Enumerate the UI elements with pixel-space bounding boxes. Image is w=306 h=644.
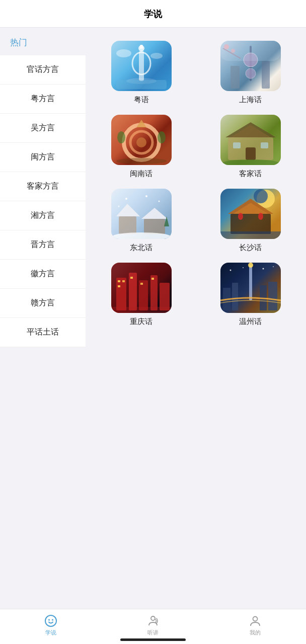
- svg-point-6: [150, 53, 163, 59]
- sidebar-item-jin[interactable]: 晋方言: [0, 230, 86, 260]
- svg-rect-44: [231, 214, 271, 234]
- svg-point-15: [224, 44, 229, 49]
- sidebar-item-min[interactable]: 闽方言: [0, 143, 86, 172]
- svg-point-22: [158, 131, 166, 143]
- dialect-name-minnan: 闽南话: [130, 169, 152, 179]
- svg-rect-59: [130, 277, 133, 279]
- svg-point-37: [125, 198, 127, 200]
- svg-point-48: [258, 213, 263, 220]
- svg-point-75: [48, 619, 50, 620]
- dialect-name-cantonese: 粤语: [134, 95, 149, 105]
- dialect-thumb-minnan: [111, 115, 172, 165]
- dialect-name-hakka: 客家话: [239, 169, 262, 179]
- tab-xueshou[interactable]: 学说: [0, 614, 102, 636]
- dialect-thumb-dongbei: [111, 189, 172, 239]
- svg-point-39: [158, 201, 160, 202]
- svg-point-19: [136, 137, 146, 147]
- sidebar-item-yue[interactable]: 粤方言: [0, 85, 86, 114]
- svg-rect-67: [232, 283, 238, 310]
- svg-point-21: [117, 131, 125, 143]
- svg-rect-4: [140, 45, 143, 49]
- svg-rect-32: [119, 216, 136, 234]
- dialect-item-shanghainese[interactable]: 上海话: [200, 41, 301, 105]
- svg-rect-57: [118, 285, 120, 287]
- dialect-thumb-cantonese: [111, 41, 172, 91]
- svg-rect-12: [262, 61, 270, 89]
- svg-rect-60: [140, 283, 143, 285]
- dialect-item-cantonese[interactable]: 粤语: [91, 41, 192, 105]
- dialect-item-chongqing[interactable]: 重庆话: [91, 263, 192, 327]
- svg-point-30: [221, 159, 280, 165]
- svg-point-40: [118, 206, 119, 207]
- main-layout: 热门 官话方言 粤方言 吴方言 闽方言 客家方言 湘方言 晋方言 徽方言 赣方言…: [0, 28, 306, 608]
- tab-xueshou-label: 学说: [45, 629, 56, 636]
- svg-point-73: [273, 266, 274, 267]
- dialect-name-wenzhou: 温州话: [239, 317, 262, 327]
- dialect-name-chongqing: 重庆话: [130, 317, 152, 327]
- svg-rect-56: [118, 280, 120, 282]
- svg-point-23: [116, 158, 167, 164]
- svg-point-76: [52, 619, 53, 620]
- svg-rect-29: [261, 142, 268, 148]
- svg-rect-61: [151, 278, 154, 280]
- svg-rect-64: [249, 265, 252, 300]
- sidebar-hot-label: 热门: [0, 28, 86, 55]
- dialect-thumb-wenzhou: [220, 263, 281, 313]
- svg-rect-28: [233, 142, 241, 148]
- dialect-item-wenzhou[interactable]: 温州话: [200, 263, 301, 327]
- tab-tingjiang[interactable]: 听讲: [102, 614, 204, 636]
- dialect-name-changsha: 长沙话: [239, 243, 262, 253]
- mine-icon: [249, 614, 262, 627]
- sidebar-item-guanhua[interactable]: 官话方言: [0, 55, 86, 85]
- tab-tingjiang-label: 听讲: [147, 629, 159, 636]
- dialect-thumb-shanghainese: [220, 41, 281, 91]
- sidebar-item-hui[interactable]: 徽方言: [0, 260, 86, 289]
- dialect-name-dongbei: 东北话: [130, 243, 152, 253]
- sidebar: 热门 官话方言 粤方言 吴方言 闽方言 客家方言 湘方言 晋方言 徽方言 赣方言…: [0, 28, 86, 608]
- svg-point-72: [262, 268, 264, 270]
- content-area: 粤语: [86, 28, 306, 608]
- svg-rect-58: [122, 280, 125, 282]
- dialect-thumb-changsha: [220, 189, 281, 239]
- svg-point-5: [116, 49, 131, 57]
- svg-rect-49: [220, 231, 281, 239]
- sidebar-item-xiang[interactable]: 湘方言: [0, 201, 86, 230]
- svg-rect-51: [116, 278, 126, 310]
- xueshou-icon: [44, 614, 57, 627]
- tab-bar-indicator: [120, 638, 186, 641]
- dialect-item-dongbei[interactable]: 东北话: [91, 189, 192, 253]
- svg-rect-69: [268, 282, 277, 310]
- sidebar-item-gan[interactable]: 赣方言: [0, 289, 86, 318]
- page-header: 学说: [0, 0, 306, 28]
- svg-point-43: [254, 189, 268, 203]
- svg-point-77: [151, 616, 155, 620]
- sidebar-item-kejia[interactable]: 客家方言: [0, 172, 86, 201]
- svg-point-10: [246, 68, 256, 78]
- dialect-thumb-chongqing: [111, 263, 172, 313]
- dialect-item-changsha[interactable]: 长沙话: [200, 189, 301, 253]
- tab-mine[interactable]: 我的: [204, 614, 306, 636]
- svg-rect-7: [116, 80, 167, 89]
- dialect-thumb-hakka: [220, 115, 281, 165]
- svg-rect-55: [160, 283, 170, 310]
- svg-rect-11: [231, 66, 240, 89]
- svg-rect-53: [139, 280, 148, 310]
- svg-rect-62: [111, 307, 172, 313]
- tab-bar: 学说 听讲 我的: [0, 609, 306, 644]
- dialect-item-minnan[interactable]: 闽南话: [91, 115, 192, 179]
- svg-point-47: [238, 213, 243, 220]
- svg-point-70: [230, 270, 231, 271]
- svg-point-65: [248, 263, 253, 268]
- svg-rect-27: [246, 147, 256, 160]
- dialect-item-hakka[interactable]: 客家话: [200, 115, 301, 179]
- svg-rect-34: [144, 219, 165, 234]
- svg-point-16: [231, 49, 235, 53]
- svg-rect-54: [150, 275, 158, 310]
- sidebar-item-pinghua[interactable]: 平话土话: [0, 318, 86, 347]
- svg-rect-1: [139, 51, 144, 81]
- svg-rect-13: [220, 41, 281, 61]
- svg-point-78: [253, 616, 257, 621]
- tingjiang-icon: [146, 614, 160, 627]
- svg-point-74: [45, 615, 56, 626]
- sidebar-item-wu[interactable]: 吴方言: [0, 114, 86, 143]
